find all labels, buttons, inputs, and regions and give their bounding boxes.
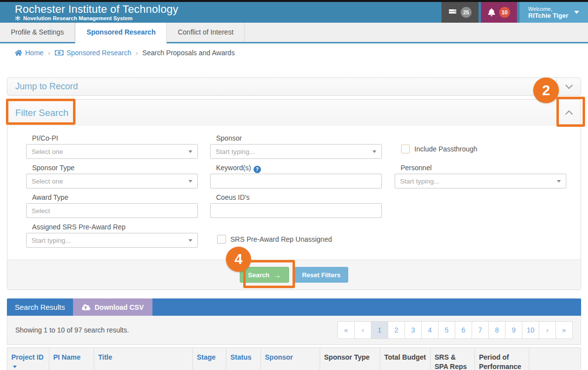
keywords-input[interactable] (210, 174, 382, 188)
page-first-button[interactable]: « (337, 321, 355, 339)
include-passthrough-checkbox[interactable]: Include Passthrough (401, 145, 478, 153)
sort-desc-icon (13, 366, 17, 368)
search-button[interactable]: Search → (240, 267, 289, 283)
column-header-title[interactable]: Title (94, 348, 193, 370)
field-coeus-ids: Coeus ID's (210, 193, 382, 218)
welcome-label: Welcome, (528, 5, 568, 12)
select-caret-icon (188, 180, 192, 183)
help-icon[interactable]: ? (254, 166, 261, 173)
column-header-sponsor[interactable]: Sponsor (261, 348, 320, 370)
arrow-right-icon: → (273, 271, 281, 279)
page-4-button[interactable]: 4 (422, 321, 439, 339)
search-results-section: Search Results Download CSV Showing 1 to… (7, 298, 581, 370)
page-2-button[interactable]: 2 (388, 321, 405, 339)
main-tabs: Profile & Settings Sponsored Research Co… (0, 23, 588, 43)
jump-panel-expand-button[interactable] (556, 78, 581, 95)
checkbox[interactable] (401, 145, 410, 153)
user-menu-button[interactable]: Welcome, RITchie Tiger (519, 2, 588, 23)
page-3-button[interactable]: 3 (405, 321, 422, 339)
tab-conflict-of-interest[interactable]: Conflict of Interest (167, 23, 245, 42)
pi-co-pi-label: PI/Co-PI (26, 134, 198, 144)
jump-to-record-panel[interactable]: Jump to Record (7, 77, 581, 96)
award-type-input[interactable] (26, 203, 198, 218)
column-header-sponsor-type: Sponsor Type (320, 348, 380, 370)
include-passthrough-label: Include Passthrough (414, 145, 478, 153)
tab-profile-settings[interactable]: Profile & Settings (0, 23, 75, 42)
institution-title: Rochester Institute of Technology (15, 3, 179, 15)
column-header-total-budget: Total Budget (380, 348, 431, 370)
header-right: 25 10 Welcome, RITchie Tiger (441, 2, 588, 23)
column-header-srs-spa-reps: SRS & SPA Reps (431, 348, 475, 370)
page-8-button[interactable]: 8 (489, 321, 506, 339)
filter-form: PI/Co-PI Select one Sponsor Start typing… (7, 126, 581, 259)
money-bill-icon (55, 49, 64, 56)
notifications-button[interactable]: 10 (481, 2, 517, 23)
chevron-down-icon (574, 11, 579, 14)
page-last-button[interactable]: » (556, 321, 573, 339)
srs-unassigned-label: SRS Pre-Award Rep Unassigned (230, 235, 332, 243)
breadcrumb-home[interactable]: Home (15, 49, 43, 57)
page-5-button[interactable]: 5 (439, 321, 455, 339)
column-header-pi-name[interactable]: PI Name (49, 348, 94, 370)
sponsor-type-select[interactable]: Select one (26, 174, 198, 188)
assigned-srs-rep-select[interactable]: Start typing... (26, 233, 198, 248)
page-10-button[interactable]: 10 (522, 321, 539, 339)
page: Rochester Institute of Technology Novelu… (0, 0, 588, 370)
column-header-project-id[interactable]: Project ID (7, 348, 49, 370)
keywords-label: Keyword(s) (216, 164, 251, 172)
search-results-bar: Search Results Download CSV (7, 298, 581, 316)
username: RITchie Tiger (528, 12, 568, 19)
column-header-period-of-performance: Period of Performance (475, 348, 529, 370)
column-header-status[interactable]: Status (226, 348, 261, 370)
system-subtitle: Novelution Research Management System (23, 15, 133, 21)
bell-icon (488, 8, 495, 16)
page-prev-button[interactable]: ‹ (355, 321, 371, 339)
breadcrumb-separator: › (136, 49, 138, 57)
select-caret-icon (557, 180, 561, 183)
breadcrumb-sponsored-research[interactable]: Sponsored Research (55, 49, 132, 57)
search-results-title: Search Results (15, 303, 65, 311)
sponsor-select[interactable]: Start typing... (210, 144, 382, 159)
field-award-type: Award Type (26, 193, 198, 218)
select-caret-icon (188, 239, 192, 242)
checkbox[interactable] (217, 235, 226, 244)
sponsor-type-label: Sponsor Type (26, 164, 198, 174)
download-csv-button[interactable]: Download CSV (73, 298, 153, 316)
chevron-down-icon (565, 81, 573, 89)
page-1-button[interactable]: 1 (371, 321, 388, 339)
records-menu-button[interactable]: 25 (441, 2, 478, 23)
results-info-bar: Showing 1 to 10 of 97 search results. « … (7, 316, 581, 345)
srs-unassigned-checkbox[interactable]: SRS Pre-Award Rep Unassigned (217, 235, 332, 244)
results-table-header: Project ID PI Name Title Stage Status Sp… (7, 347, 581, 370)
select-caret-icon (188, 150, 192, 153)
field-sponsor-type: Sponsor Type Select one (26, 164, 198, 188)
jump-to-record-title: Jump to Record (7, 81, 78, 92)
results-summary: Showing 1 to 10 of 97 search results. (15, 326, 129, 334)
personnel-select[interactable]: Start typing... (395, 174, 566, 188)
column-header-stage[interactable]: Stage (193, 348, 226, 370)
page-9-button[interactable]: 9 (506, 321, 522, 339)
filter-search-title: Filter Search (7, 108, 69, 118)
reset-filters-button[interactable]: Reset Filters (294, 267, 348, 283)
filter-search-header[interactable]: Filter Search (7, 100, 581, 126)
filter-search-panel: Filter Search PI/Co-PI Select one Sponso… (7, 99, 581, 290)
brand: Rochester Institute of Technology Novelu… (0, 2, 179, 23)
breadcrumb-current: Search Proposals and Awards (143, 49, 235, 57)
filter-panel-collapse-button[interactable] (556, 100, 581, 126)
field-personnel: Personnel Start typing... (395, 164, 566, 188)
chevron-up-icon (565, 111, 573, 118)
pi-co-pi-select[interactable]: Select one (26, 144, 198, 159)
novelution-logo-icon (15, 15, 21, 21)
home-icon (15, 49, 22, 56)
page-7-button[interactable]: 7 (472, 321, 489, 339)
coeus-ids-label: Coeus ID's (210, 193, 382, 203)
breadcrumb: Home › Sponsored Research › Search Propo… (0, 43, 588, 62)
server-icon (448, 9, 457, 16)
main-content: Jump to Record Filter Search PI/Co-PI Se… (0, 77, 588, 370)
tab-sponsored-research[interactable]: Sponsored Research (75, 23, 167, 43)
filter-footer: Search → Reset Filters (7, 259, 581, 290)
coeus-ids-input[interactable] (210, 203, 382, 218)
page-6-button[interactable]: 6 (455, 321, 472, 339)
app-header: Rochester Institute of Technology Novelu… (0, 2, 588, 23)
page-next-button[interactable]: › (539, 321, 556, 339)
